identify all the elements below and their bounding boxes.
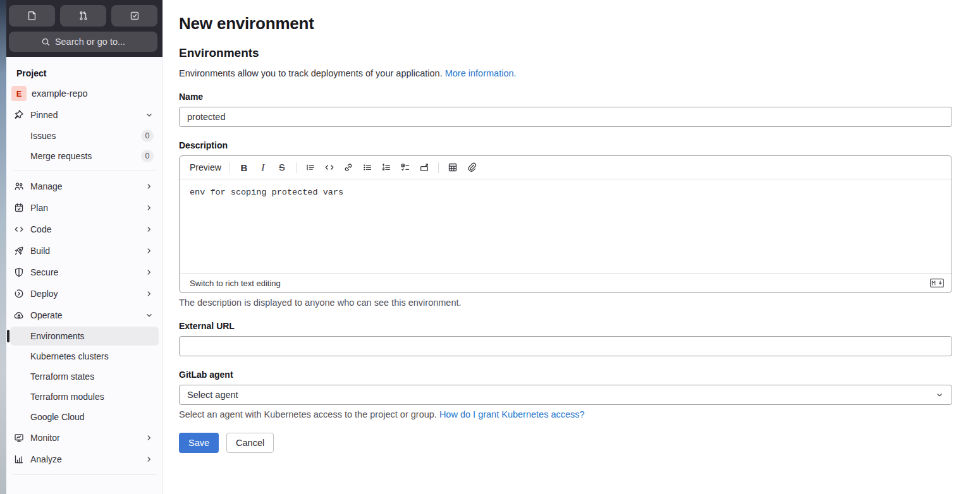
external-url-input[interactable] bbox=[179, 336, 952, 356]
code-icon[interactable] bbox=[321, 159, 338, 176]
chevron-down-icon bbox=[145, 311, 154, 320]
todo-list-icon bbox=[130, 11, 140, 21]
cancel-button[interactable]: Cancel bbox=[226, 433, 274, 453]
external-url-label: External URL bbox=[179, 321, 952, 331]
sidebar-item-build[interactable]: Build bbox=[10, 241, 159, 261]
sidebar-item-label: Merge requests bbox=[30, 151, 92, 161]
sidebar-item-merge-requests[interactable]: Merge requests 0 bbox=[10, 147, 159, 166]
project-name: example-repo bbox=[32, 88, 88, 99]
sidebar-item-label: Terraform modules bbox=[30, 392, 104, 402]
chevron-down-icon bbox=[935, 390, 944, 399]
shield-icon bbox=[14, 267, 24, 277]
bullet-list-icon[interactable] bbox=[359, 159, 376, 176]
sidebar-item-pinned[interactable]: Pinned bbox=[10, 105, 159, 125]
switch-rich-text-link[interactable]: Switch to rich text editing bbox=[190, 279, 281, 288]
attach-file-icon[interactable] bbox=[463, 159, 480, 176]
sidebar-item-manage[interactable]: Manage bbox=[10, 176, 159, 196]
chevron-right-icon bbox=[145, 289, 154, 298]
chevron-right-icon bbox=[145, 433, 154, 442]
merge-request-icon bbox=[78, 11, 89, 21]
chevron-right-icon bbox=[145, 246, 154, 255]
merge-requests-shortcut-button[interactable] bbox=[60, 5, 106, 27]
sidebar-item-code[interactable]: Code bbox=[10, 219, 159, 239]
markdown-editor: Preview B I S bbox=[179, 155, 952, 293]
sidebar-item-kubernetes-clusters[interactable]: Kubernetes clusters bbox=[10, 347, 159, 366]
sidebar-divider bbox=[13, 171, 156, 171]
save-button[interactable]: Save bbox=[179, 433, 219, 453]
deploy-icon bbox=[14, 289, 24, 299]
description-textarea[interactable]: env for scoping protected vars bbox=[180, 179, 952, 273]
sidebar-item-label: Pinned bbox=[30, 110, 58, 120]
sidebar-item-label: Deploy bbox=[30, 289, 58, 299]
italic-icon[interactable]: I bbox=[255, 159, 271, 176]
more-information-link[interactable]: More information. bbox=[445, 68, 517, 78]
sidebar-header: Search or go to... bbox=[6, 0, 162, 57]
main-content: New environment Environments Environment… bbox=[164, 0, 980, 494]
chevron-right-icon bbox=[145, 268, 154, 277]
sidebar-item-project[interactable]: E example-repo bbox=[10, 83, 159, 104]
sidebar-section-label: Project bbox=[6, 63, 162, 82]
editor-footer: Switch to rich text editing bbox=[180, 273, 952, 292]
sidebar-item-google-cloud[interactable]: Google Cloud bbox=[10, 407, 159, 426]
desktop-edge bbox=[0, 0, 6, 494]
collapsible-section-icon[interactable] bbox=[416, 159, 432, 176]
chart-icon bbox=[14, 454, 24, 464]
sidebar-item-label: Environments bbox=[30, 331, 85, 341]
chevron-right-icon bbox=[145, 203, 154, 212]
bold-icon[interactable]: B bbox=[236, 159, 252, 176]
toolbar-divider bbox=[296, 162, 297, 173]
sidebar-item-terraform-modules[interactable]: Terraform modules bbox=[10, 387, 159, 406]
sidebar-item-environments[interactable]: Environments bbox=[10, 327, 159, 346]
sidebar-item-monitor[interactable]: Monitor bbox=[10, 428, 159, 448]
agent-select[interactable]: Select agent bbox=[179, 385, 952, 405]
table-icon[interactable] bbox=[444, 159, 461, 176]
sidebar-item-deploy[interactable]: Deploy bbox=[10, 284, 159, 304]
toolbar-divider bbox=[230, 162, 230, 173]
sidebar-item-label: Secure bbox=[30, 267, 58, 277]
sidebar-item-label: Plan bbox=[30, 203, 48, 213]
merge-requests-count-badge: 0 bbox=[141, 150, 154, 162]
numbered-list-icon[interactable] bbox=[378, 159, 395, 176]
sidebar-item-label: Operate bbox=[30, 310, 63, 320]
sidebar-item-operate[interactable]: Operate bbox=[10, 305, 159, 325]
sidebar-item-terraform-states[interactable]: Terraform states bbox=[10, 367, 159, 386]
users-icon bbox=[14, 181, 24, 191]
agent-help-text: Select an agent with Kubernetes access t… bbox=[179, 409, 952, 419]
section-title: Environments bbox=[179, 46, 952, 60]
chevron-right-icon bbox=[145, 455, 154, 464]
rocket-icon bbox=[14, 246, 24, 256]
quote-icon[interactable] bbox=[302, 159, 319, 176]
name-input[interactable] bbox=[179, 107, 952, 127]
search-input[interactable]: Search or go to... bbox=[9, 32, 157, 52]
strikethrough-icon[interactable]: S bbox=[274, 159, 290, 176]
search-icon bbox=[41, 37, 51, 47]
kubernetes-access-link[interactable]: How do I grant Kubernetes access? bbox=[439, 409, 585, 419]
intro-text: Environments allow you to track deployme… bbox=[179, 68, 952, 78]
name-label: Name bbox=[179, 92, 952, 102]
gitlab-agent-label: GitLab agent bbox=[179, 370, 952, 380]
sidebar-item-label: Kubernetes clusters bbox=[30, 351, 109, 361]
sidebar-item-label: Issues bbox=[30, 131, 56, 141]
chevron-down-icon bbox=[145, 111, 154, 119]
agent-select-value: Select agent bbox=[187, 390, 238, 400]
toolbar-divider bbox=[438, 162, 439, 173]
issues-shortcut-button[interactable] bbox=[9, 5, 55, 27]
sidebar-item-secure[interactable]: Secure bbox=[10, 262, 159, 282]
sidebar-item-analyze[interactable]: Analyze bbox=[10, 449, 159, 469]
monitor-icon bbox=[14, 433, 24, 443]
link-icon[interactable] bbox=[340, 159, 357, 176]
page-title: New environment bbox=[179, 14, 952, 33]
sidebar-item-plan[interactable]: Plan bbox=[10, 198, 159, 218]
search-placeholder: Search or go to... bbox=[55, 37, 125, 47]
sidebar-item-issues[interactable]: Issues 0 bbox=[10, 126, 159, 145]
todo-shortcut-button[interactable] bbox=[111, 5, 157, 27]
editor-toolbar: Preview B I S bbox=[180, 156, 952, 179]
sidebar-nav: Project E example-repo Pinned Issues 0 M… bbox=[6, 57, 162, 494]
project-avatar: E bbox=[11, 86, 27, 101]
task-list-icon[interactable] bbox=[397, 159, 413, 176]
preview-tab[interactable]: Preview bbox=[190, 162, 221, 172]
sidebar: Search or go to... Project E example-rep… bbox=[6, 0, 163, 494]
issues-count-badge: 0 bbox=[141, 130, 154, 142]
description-help-text: The description is displayed to anyone w… bbox=[179, 298, 952, 308]
sidebar-item-label: Manage bbox=[30, 181, 63, 191]
